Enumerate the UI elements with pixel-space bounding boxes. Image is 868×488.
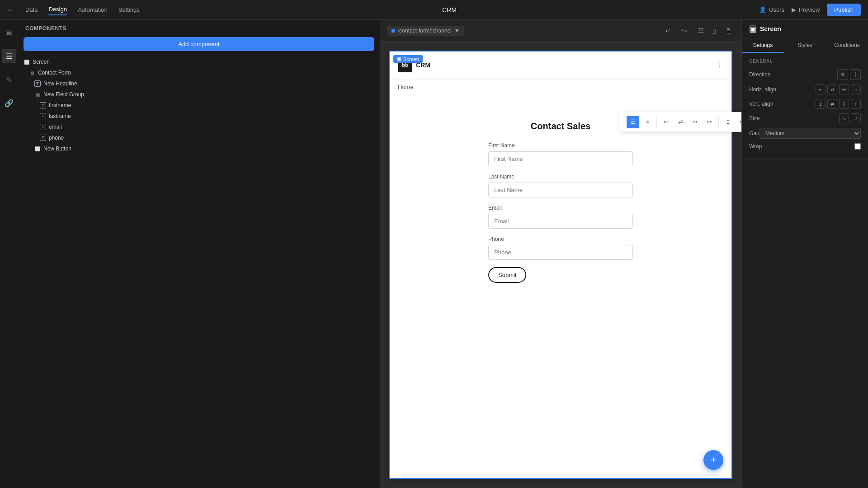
tree-item-new-field-group[interactable]: ▦ New Field Group	[18, 89, 380, 100]
sidebar-title: Components	[18, 20, 380, 37]
direction-vertical-btn[interactable]: ≡	[837, 69, 848, 80]
fmt-middle[interactable]: ↦	[736, 116, 741, 128]
tree-item-firstname[interactable]: T firstname	[18, 100, 380, 111]
form-title: Contact Sales	[488, 121, 633, 131]
canvas-toolbar: /contact-form/:channel ▼ ↩ ↪ ☵ ▯ 📱	[380, 20, 741, 42]
size-expand[interactable]: ↗	[851, 113, 861, 123]
desktop-view-button[interactable]: ☵	[694, 24, 707, 37]
field-group-icon: ▦	[34, 91, 41, 98]
fmt-rows[interactable]: ≡	[641, 116, 654, 128]
direction-horizontal-btn[interactable]: ⋮	[850, 69, 861, 80]
tree-item-screen[interactable]: ⬜ Screen	[18, 56, 380, 67]
fmt-align-justify[interactable]: ↦	[703, 116, 716, 128]
wrap-label: Wrap	[749, 143, 762, 150]
tree-item-contact-form[interactable]: ▦ Contact Form	[18, 67, 380, 78]
vert-align-stretch[interactable]: ↕	[851, 99, 861, 109]
nav-automation[interactable]: Automation	[78, 5, 108, 15]
icon-layers[interactable]: ☰	[2, 49, 16, 63]
horiz-align-buttons: ↤ ⇄ ↦ ↔	[816, 84, 861, 94]
icon-grid[interactable]: ▣	[2, 25, 16, 40]
horiz-align-start[interactable]: ↤	[816, 84, 826, 94]
form-field-email: Email	[488, 205, 633, 229]
users-label: Users	[769, 6, 784, 13]
screen-title-icon: ▣	[749, 25, 756, 33]
nav-data[interactable]: Data	[25, 5, 38, 15]
vert-align-label: Vert. align	[749, 101, 773, 107]
nav-settings[interactable]: Settings	[118, 5, 140, 15]
undo-button[interactable]: ↩	[662, 24, 675, 37]
size-shrink[interactable]: ↘	[839, 113, 849, 123]
fmt-align-center[interactable]: ⇄	[674, 116, 687, 128]
screen-icon: ⬜	[24, 59, 30, 65]
vert-align-end[interactable]: ↧	[839, 99, 849, 109]
icon-pencil[interactable]: ✎	[2, 72, 16, 87]
size-buttons: ↘ ↗	[839, 113, 861, 123]
tree-label-screen: Screen	[33, 59, 50, 65]
publish-button[interactable]: Publish	[827, 4, 861, 16]
nav-design[interactable]: Design	[48, 4, 66, 15]
submit-button[interactable]: Submit	[488, 267, 526, 283]
horiz-align-center[interactable]: ⇄	[827, 84, 837, 94]
tablet-view-button[interactable]: ▯	[708, 24, 721, 37]
fab-button[interactable]: +	[703, 450, 723, 470]
redo-button[interactable]: ↪	[678, 24, 691, 37]
right-panel: ▣ Screen Settings Styles Conditions GENE…	[741, 20, 868, 488]
headline-icon: T	[34, 80, 41, 87]
form-label-firstname: First Name	[488, 142, 633, 149]
wrap-row: Wrap	[749, 143, 861, 150]
tree-item-new-button[interactable]: ⬜ New Button	[18, 143, 380, 154]
panel-tabs: Settings Styles Conditions	[742, 38, 868, 53]
add-component-button[interactable]: Add component	[24, 37, 374, 51]
path-breadcrumb[interactable]: /contact-form/:channel ▼	[387, 26, 464, 36]
phone-input[interactable]	[488, 245, 633, 260]
horiz-align-end[interactable]: ↦	[839, 84, 849, 94]
tree-item-lastname[interactable]: T lastname	[18, 111, 380, 122]
tree-item-email[interactable]: T email	[18, 122, 380, 132]
firstname-input[interactable]	[488, 151, 633, 166]
tree-item-new-headline[interactable]: T New Headline	[18, 78, 380, 89]
canvas-header: bb CRM ⋮	[389, 51, 732, 80]
tree-label-firstname: firstname	[49, 102, 71, 108]
panel-general-section: GENERAL Direction ≡ ⋮ Horiz. align ↤ ⇄ ↦…	[742, 53, 868, 160]
vert-align-row: Vert. align ↥ ⇄ ↧ ↕	[749, 99, 861, 109]
tree-item-phone[interactable]: T phone	[18, 132, 380, 143]
lastname-icon: T	[40, 113, 46, 119]
fmt-top[interactable]: ↥	[722, 116, 734, 128]
component-tree: Components Add component ⬜ Screen ▦ Cont…	[18, 20, 380, 488]
fmt-align-right[interactable]: ↦	[689, 116, 701, 128]
icon-link[interactable]: 🔗	[2, 96, 16, 110]
tab-styles[interactable]: Styles	[784, 38, 826, 53]
gap-label: Gap	[749, 130, 760, 136]
gap-select[interactable]: Small Medium Large	[760, 128, 861, 139]
form-label-email: Email	[488, 205, 633, 211]
canvas-wrapper: ☰ ≡ ↤ ⇄ ↦ ↦ ↥ ↦ ↧ ✚ ↗ ↙ Medium ▼	[380, 42, 741, 488]
formatting-bar: ☰ ≡ ↤ ⇄ ↦ ↦ ↥ ↦ ↧ ✚ ↗ ↙ Medium ▼	[619, 112, 741, 132]
direction-row: Direction ≡ ⋮	[749, 69, 861, 80]
fmt-divider-1	[656, 117, 657, 127]
firstname-icon: T	[40, 102, 46, 108]
tab-conditions[interactable]: Conditions	[826, 38, 868, 53]
wrap-checkbox[interactable]	[854, 143, 861, 150]
back-button[interactable]: ←	[7, 6, 14, 14]
nav-right: 👤 Users ▶ Preview Publish	[759, 4, 861, 16]
form-field-firstname: First Name	[488, 142, 633, 166]
preview-action[interactable]: ▶ Preview	[792, 6, 820, 13]
fmt-columns[interactable]: ☰	[627, 116, 639, 128]
tree-label-lastname: lastname	[49, 113, 71, 119]
tab-settings[interactable]: Settings	[742, 38, 784, 53]
general-section-title: GENERAL	[749, 59, 861, 64]
vert-align-center[interactable]: ⇄	[827, 99, 837, 109]
tree-label-contact-form: Contact Form	[38, 70, 71, 76]
mobile-view-button[interactable]: 📱	[722, 24, 734, 37]
canvas-dots-menu[interactable]: ⋮	[716, 61, 723, 70]
horiz-align-stretch[interactable]: ↔	[851, 84, 861, 94]
size-label: Size	[749, 115, 760, 122]
vert-align-start[interactable]: ↥	[816, 99, 826, 109]
tree-label-new-headline: New Headline	[43, 80, 77, 87]
app-title: CRM	[442, 6, 457, 14]
email-input[interactable]	[488, 214, 633, 229]
fmt-align-left[interactable]: ↤	[660, 116, 672, 128]
users-action[interactable]: 👤 Users	[759, 6, 784, 13]
email-icon: T	[40, 124, 46, 130]
lastname-input[interactable]	[488, 183, 633, 197]
